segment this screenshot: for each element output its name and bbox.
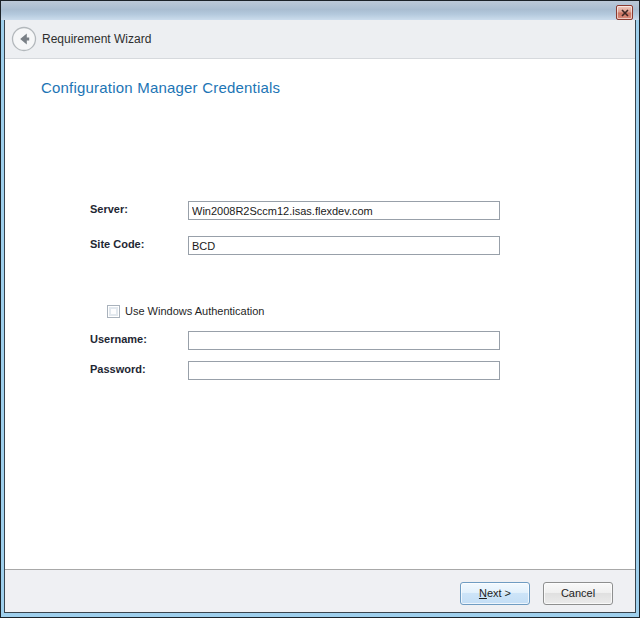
server-input[interactable] <box>188 201 500 220</box>
site-code-input[interactable] <box>188 236 500 255</box>
next-button[interactable]: Next > <box>460 582 530 605</box>
page-heading: Configuration Manager Credentials <box>41 79 280 96</box>
window-frame: Requirement Wizard Configuration Manager… <box>1 20 639 617</box>
server-label: Server: <box>90 203 128 215</box>
close-button[interactable] <box>616 5 633 20</box>
back-arrow-icon <box>11 26 37 52</box>
wizard-header: Requirement Wizard <box>5 20 635 59</box>
content-area: Configuration Manager Credentials Server… <box>5 59 635 569</box>
use-windows-auth-label: Use Windows Authentication <box>125 305 264 317</box>
window-inner: Requirement Wizard Configuration Manager… <box>4 20 636 613</box>
titlebar <box>1 1 639 20</box>
footer-bar: Next > Cancel <box>5 569 635 612</box>
site-code-label: Site Code: <box>90 238 144 250</box>
cancel-button[interactable]: Cancel <box>543 582 613 605</box>
close-icon <box>621 9 629 17</box>
cancel-button-label: Cancel <box>544 583 612 604</box>
use-windows-auth-checkbox[interactable] <box>107 305 120 318</box>
wizard-title: Requirement Wizard <box>42 20 151 58</box>
next-button-label: Next > <box>461 583 529 604</box>
password-label: Password: <box>90 363 146 375</box>
username-label: Username: <box>90 333 147 345</box>
back-button[interactable] <box>11 26 37 52</box>
password-input[interactable] <box>188 361 500 380</box>
wizard-window: Requirement Wizard Configuration Manager… <box>0 0 640 618</box>
username-input[interactable] <box>188 331 500 350</box>
